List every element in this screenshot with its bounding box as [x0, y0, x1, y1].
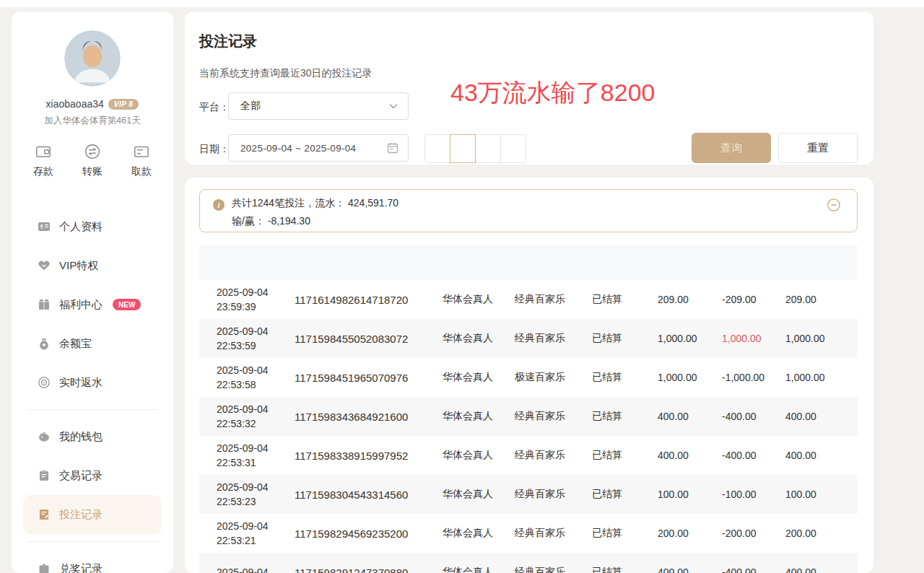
sidebar-menu-item[interactable]: 交易记录 [23, 456, 162, 495]
bank-card-icon [133, 143, 150, 160]
transaction-record-icon [38, 469, 51, 482]
cell-status: 已结算 [592, 527, 658, 540]
summary-banner: i 共计1244笔投注，流水： 424,591.70 输/赢： -8,194.3… [199, 189, 858, 232]
sidebar-menu-item[interactable]: 实时返水 [23, 363, 162, 402]
cell-platform: 华体会真人 [443, 449, 515, 462]
menu-item-label: 余额宝 [59, 337, 92, 351]
menu-item-label: 兑奖记录 [59, 562, 103, 573]
vip-heart-icon [38, 259, 51, 272]
cell-platform: 华体会真人 [443, 566, 515, 573]
table-row: 2025-09-0422:53:31 1171598338915997952 华… [199, 436, 858, 475]
red-annotation-text: 43万流水输了8200 [450, 76, 655, 110]
platform-select[interactable]: 全部 [228, 92, 409, 120]
page-title: 投注记录 [199, 32, 257, 51]
sidebar-menu-item[interactable]: 投注记录 [23, 495, 162, 534]
sidebar-menu-item[interactable]: 余额宝 [23, 324, 162, 363]
cell-payout: -100.00 [722, 489, 785, 500]
cell-bet-amount: 400.00 [658, 567, 722, 573]
prize-record-icon [38, 562, 51, 573]
quick-action[interactable]: 转账 [82, 143, 103, 178]
page-subtitle: 当前系统支持查询最近30日的投注记录 [199, 67, 372, 80]
sidebar-menu-item[interactable]: VIP特权 [23, 246, 162, 285]
date-range-button[interactable] [500, 134, 526, 163]
cell-platform: 华体会真人 [443, 371, 515, 384]
menu-item-label: 个人资料 [59, 220, 103, 234]
cell-status: 已结算 [592, 332, 658, 345]
rebate-icon [38, 376, 51, 389]
top-strip [0, 0, 924, 7]
gift-icon [38, 298, 51, 311]
cell-order-number: 1171598343684921600 [295, 411, 443, 423]
cell-valid-amount: 400.00 [785, 450, 858, 461]
filter-card: 投注记录 当前系统支持查询最近30日的投注记录 43万流水输了8200 平台： … [185, 12, 873, 165]
cell-payout: -200.00 [722, 528, 785, 539]
menu-item-label: 投注记录 [59, 508, 103, 522]
table-row: 2025-09-0423:59:39 1171614982614718720 华… [199, 280, 858, 319]
date-range-input[interactable]: 2025-09-04 ~ 2025-09-04 [228, 134, 409, 162]
menu-item-label: 福利中心 [59, 298, 103, 312]
cell-bet-content: 经典百家乐 [515, 410, 592, 423]
cell-date: 2025-09-0423:59:39 [217, 285, 295, 314]
date-range-button[interactable] [424, 134, 450, 163]
query-button[interactable]: 查询 [692, 133, 771, 163]
cell-payout: -400.00 [722, 411, 785, 422]
cell-payout: -400.00 [722, 567, 785, 573]
cell-bet-content: 经典百家乐 [515, 449, 592, 462]
cell-platform: 华体会真人 [443, 488, 515, 501]
cell-bet-content: 经典百家乐 [515, 527, 592, 540]
cell-bet-amount: 100.00 [658, 489, 722, 500]
cell-date: 2025-09-0422:53:23 [217, 480, 295, 509]
cell-platform: 华体会真人 [443, 410, 515, 423]
table-row: 2025-09-04 1171598291247370880 华体会真人 经典百… [199, 553, 858, 573]
cell-payout: -209.00 [722, 294, 785, 305]
sidebar-menu-item[interactable]: 福利中心 NEW [23, 285, 162, 324]
username: xiaobaoaa34 [46, 98, 104, 110]
platform-selected-value: 全部 [240, 100, 388, 113]
quick-action-label: 存款 [33, 165, 53, 178]
sidebar-menu-item[interactable]: 兑奖记录 [23, 549, 162, 573]
cell-platform: 华体会真人 [443, 527, 515, 540]
cell-order-number: 1171598455052083072 [295, 333, 443, 345]
bet-records-table: 2025-09-0423:59:39 1171614982614718720 华… [199, 245, 858, 573]
cell-bet-content: 经典百家乐 [515, 566, 592, 573]
quick-action[interactable]: 存款 [33, 143, 53, 178]
menu-item-label: 我的钱包 [59, 430, 103, 444]
cell-payout: -400.00 [722, 450, 785, 461]
avatar[interactable] [64, 30, 121, 87]
table-row: 2025-09-0422:53:58 1171598451965070976 华… [199, 358, 858, 397]
date-range-button[interactable] [475, 134, 501, 163]
summary-line2: 输/赢： -8,194.30 [232, 212, 398, 230]
summary-line1: 共计1244笔投注，流水： 424,591.70 [232, 194, 398, 212]
cell-status: 已结算 [592, 371, 658, 384]
reset-button[interactable]: 重置 [778, 133, 858, 163]
cell-date: 2025-09-0422:53:58 [217, 363, 295, 392]
cell-order-number: 1171598291247370880 [295, 567, 443, 573]
cell-order-number: 1171598304543314560 [295, 489, 443, 501]
cell-valid-amount: 209.00 [785, 294, 858, 305]
cell-status: 已结算 [592, 293, 658, 306]
quick-action-label: 转账 [82, 165, 103, 178]
table-header-row [199, 245, 858, 280]
date-range-buttons [424, 134, 526, 163]
cell-bet-amount: 400.00 [658, 411, 722, 422]
records-card: i 共计1244笔投注，流水： 424,591.70 输/赢： -8,194.3… [185, 178, 873, 573]
sidebar-menu-item[interactable]: 我的钱包 [23, 417, 162, 456]
sidebar-menu-item[interactable]: 个人资料 [23, 207, 162, 246]
id-card-icon [38, 220, 51, 233]
collapse-minus-icon[interactable] [827, 198, 841, 212]
date-label: 日期： [199, 143, 230, 156]
cell-bet-amount: 1,000.00 [658, 333, 722, 344]
quick-action-label: 取款 [131, 165, 152, 178]
cell-status: 已结算 [592, 566, 658, 573]
cell-bet-amount: 1,000.00 [658, 372, 722, 383]
cell-bet-amount: 200.00 [658, 528, 722, 539]
chevron-down-icon [388, 100, 399, 112]
bet-record-icon [38, 508, 51, 521]
wallet-icon [35, 143, 52, 160]
cell-payout: 1,000.00 [722, 333, 785, 344]
quick-action[interactable]: 取款 [131, 143, 152, 178]
cell-valid-amount: 400.00 [785, 567, 858, 573]
date-range-button[interactable] [450, 134, 476, 163]
table-row: 2025-09-0422:53:59 1171598455052083072 华… [199, 319, 858, 358]
table-row: 2025-09-0422:53:23 1171598304543314560 华… [199, 475, 858, 514]
